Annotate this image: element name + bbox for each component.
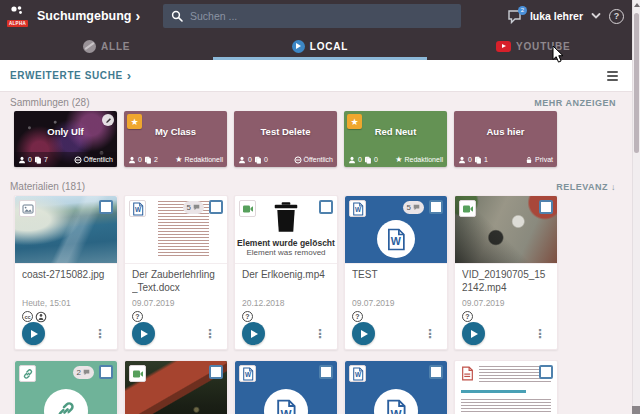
material-card[interactable]: 5 TEST 09.07.2019 ? ⋮	[344, 195, 448, 350]
trash-icon	[273, 202, 299, 232]
select-checkbox[interactable]	[99, 365, 113, 379]
sort-relevance[interactable]: RELEVANZ ↓	[556, 182, 616, 192]
material-thumbnail	[15, 196, 117, 264]
search-bar[interactable]	[163, 4, 461, 28]
select-checkbox[interactable]	[429, 365, 443, 379]
chevron-down-icon[interactable]	[590, 10, 602, 22]
collection-card[interactable]: Test Delete 0 0 Öffentlich	[234, 111, 337, 167]
video-type-icon	[129, 365, 146, 382]
search-input[interactable]	[190, 10, 453, 22]
tab-local[interactable]: LOCAL	[213, 32, 426, 60]
license-icons: ?	[352, 311, 440, 322]
material-card[interactable]: Element wurde gelöscht Element was remov…	[234, 195, 338, 350]
select-checkbox[interactable]	[539, 200, 553, 214]
text-preview	[461, 366, 551, 414]
kebab-menu-icon[interactable]: ⋮	[90, 326, 110, 342]
material-card[interactable]: 2	[14, 360, 118, 414]
help-icon[interactable]: ?	[609, 9, 624, 24]
select-checkbox[interactable]	[539, 365, 553, 379]
material-thumbnail	[455, 196, 557, 264]
select-checkbox[interactable]	[99, 200, 113, 214]
material-card[interactable]: VID_20190705_152142.mp4 09.07.2019 ? ⋮	[454, 195, 558, 350]
unknown-license-icon: ?	[132, 311, 143, 322]
cc-license-icon: cc	[22, 311, 33, 322]
visibility-label: Redaktionell	[184, 156, 223, 163]
play-button[interactable]	[242, 322, 265, 345]
star-badge-icon: ★	[347, 114, 362, 129]
collection-card[interactable]: Only Ulf 0 7 Öffentlich	[14, 111, 117, 167]
kebab-menu-icon[interactable]: ⋮	[200, 326, 220, 342]
material-card[interactable]	[124, 360, 228, 414]
comment-icon	[83, 369, 90, 376]
material-card[interactable]: 5 Der Zauberlehrling_Text.docx 09.07.201…	[124, 195, 228, 350]
members-icon	[18, 156, 26, 164]
link-icon	[44, 389, 88, 414]
material-card[interactable]	[344, 360, 448, 414]
page-title[interactable]: Suchumgebung ›	[37, 9, 140, 23]
search-icon	[171, 10, 183, 22]
tab-youtube[interactable]: YOUTUBE	[427, 32, 640, 60]
kebab-menu-icon[interactable]: ⋮	[420, 326, 440, 342]
word-type-icon	[129, 200, 146, 217]
material-date: 09.07.2019	[132, 298, 220, 308]
material-card[interactable]	[234, 360, 338, 414]
play-button[interactable]	[22, 322, 45, 345]
collections-row: Only Ulf 0 7 Öffentlich ★ My Class 0 2 ★…	[14, 111, 557, 167]
editorial-star-icon: ★	[175, 156, 182, 164]
play-button[interactable]	[352, 322, 375, 345]
visibility-label: Redaktionell	[404, 156, 443, 163]
material-thumbnail: 2	[15, 361, 117, 414]
collection-card[interactable]: ★ Red Neut 0 0 ★Redaktionell	[344, 111, 447, 167]
material-title: coast-2715082.jpg	[22, 269, 110, 295]
materials-header: Materialien (181) RELEVANZ ↓	[10, 181, 616, 192]
unknown-license-icon: ?	[462, 311, 473, 322]
kebab-menu-icon[interactable]: ⋮	[310, 326, 330, 342]
play-button[interactable]	[132, 322, 155, 345]
scrollbar-thumb[interactable]	[634, 13, 639, 153]
source-tabs: ALLE LOCAL YOUTUBE	[0, 32, 640, 60]
image-type-icon	[19, 200, 36, 217]
visibility-label: Öffentlich	[84, 156, 113, 163]
select-checkbox[interactable]	[209, 365, 223, 379]
comment-icon	[413, 204, 420, 211]
material-card[interactable]: coast-2715082.jpg Heute, 15:01 cc ⋮	[14, 195, 118, 350]
page-scrollbar[interactable]	[632, 0, 640, 414]
collections-heading: Sammlungen (28)	[10, 97, 89, 108]
visibility-label: Öffentlich	[304, 156, 333, 163]
material-thumbnail: Element wurde gelöscht Element was remov…	[235, 196, 337, 264]
chevron-right-icon: ›	[135, 9, 140, 23]
material-date: Heute, 15:01	[22, 298, 110, 308]
app-logo[interactable]: ALPHA	[7, 5, 31, 27]
license-icons: cc	[22, 311, 110, 322]
material-card[interactable]	[454, 360, 558, 414]
kebab-menu-icon[interactable]: ⋮	[530, 326, 550, 342]
play-button[interactable]	[462, 322, 485, 345]
comments-pill: 2	[73, 366, 94, 379]
advanced-search-link[interactable]: ERWEITERTE SUCHE ›	[10, 68, 132, 83]
items-icon	[364, 156, 372, 164]
select-checkbox[interactable]	[319, 365, 333, 379]
collection-footer: 0 1 Privat	[454, 152, 557, 167]
feedback-icon[interactable]: 2	[507, 9, 523, 24]
show-more-link[interactable]: MEHR ANZEIGEN	[534, 98, 616, 108]
user-name[interactable]: luka lehrer	[530, 10, 583, 22]
collection-card[interactable]: Aus hier 0 1 Privat	[454, 111, 557, 167]
edit-icon[interactable]	[102, 114, 114, 126]
star-badge-icon: ★	[127, 114, 142, 129]
material-date: 20.12.2018	[242, 298, 330, 308]
collection-title: Aus hier	[454, 126, 557, 137]
list-view-toggle-icon[interactable]	[607, 71, 618, 81]
public-icon	[294, 156, 302, 164]
material-date: 09.07.2019	[352, 298, 440, 308]
select-checkbox[interactable]	[429, 200, 443, 214]
tab-alle[interactable]: ALLE	[0, 32, 213, 60]
select-checkbox[interactable]	[209, 200, 223, 214]
material-title: TEST	[352, 269, 440, 295]
items-icon	[474, 156, 482, 164]
collection-card[interactable]: ★ My Class 0 2 ★Redaktionell	[124, 111, 227, 167]
all-sources-icon	[83, 40, 96, 53]
material-title: Der Erlkoenig.mp4	[242, 269, 330, 295]
select-checkbox[interactable]	[319, 200, 333, 214]
word-type-icon	[349, 365, 366, 382]
scroll-up-icon[interactable]	[633, 0, 640, 10]
